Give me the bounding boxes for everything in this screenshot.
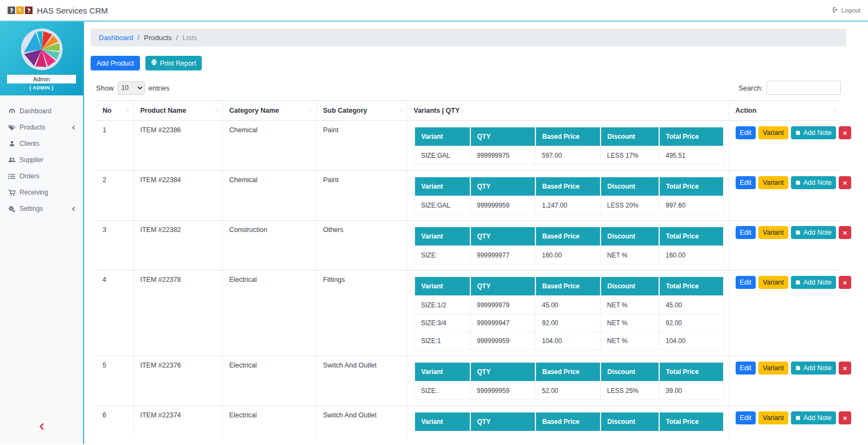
variant-discount: NET % — [601, 246, 659, 265]
column-header-sub-category[interactable]: Sub Category ↑↓ — [316, 101, 407, 121]
variant-column-header: QTY — [470, 177, 535, 196]
table-row: 4 ITEM #22378 Electrical Fittings Varian… — [96, 270, 840, 356]
variant-table: Variant QTY Based Price Discount Total P… — [414, 362, 724, 400]
variant-button[interactable]: Variant — [758, 411, 788, 424]
row-number: 6 — [96, 406, 133, 438]
category-name: Construction — [222, 221, 316, 270]
add-note-button[interactable]: Add Note — [791, 362, 836, 375]
edit-button[interactable]: Edit — [736, 362, 756, 375]
sub-category: Others — [316, 221, 407, 270]
variant-qty: 999999959 — [470, 332, 535, 350]
printer-icon — [151, 59, 157, 67]
variant-column-header: Total Price — [659, 127, 724, 146]
page-length-select[interactable]: 10 — [118, 81, 145, 95]
table-row: 6 ITEM #22374 Electrical Switch And Outl… — [96, 406, 840, 438]
close-icon: × — [843, 179, 847, 186]
close-icon: × — [843, 130, 847, 137]
sub-category: Paint — [316, 121, 407, 171]
add-note-button[interactable]: Add Note — [791, 276, 836, 289]
variant-discount: NET % — [601, 314, 659, 332]
category-name: Chemical — [222, 171, 316, 221]
delete-button[interactable]: × — [839, 362, 852, 375]
variant-row: SIZE:3/4 999999947 92.00 NET % 92.00 — [414, 314, 724, 332]
delete-button[interactable]: × — [839, 126, 852, 139]
action-cell: Edit Variant Add Note × — [729, 221, 840, 270]
variant-total-price: 104.00 — [659, 332, 724, 350]
logout-label: Logout — [841, 7, 860, 14]
sidebar-item-clients[interactable]: Clients — [0, 136, 83, 152]
variant-based-price: 92.00 — [535, 314, 601, 332]
column-header-category-name[interactable]: Category Name ↑↓ — [222, 101, 316, 121]
edit-button[interactable]: Edit — [736, 276, 756, 289]
variant-button[interactable]: Variant — [758, 362, 788, 375]
action-cell: Edit Variant Add Note × — [729, 356, 840, 406]
sidebar-item-supplier[interactable]: Supplier — [0, 152, 83, 168]
add-note-button[interactable]: Add Note — [791, 126, 836, 139]
search-label: Search: — [738, 84, 763, 92]
column-header-no[interactable]: No ↑↓ — [96, 101, 133, 121]
variant-column-header: QTY — [470, 276, 535, 296]
delete-button[interactable]: × — [839, 276, 852, 289]
variant-total-price: 45.00 — [659, 296, 724, 314]
breadcrumb-dashboard-link[interactable]: Dashboard — [99, 34, 133, 42]
breadcrumb-lists: Lists — [182, 34, 197, 42]
product-name: ITEM #22384 — [133, 171, 222, 221]
note-icon — [795, 130, 801, 136]
sidebar-collapse-icon[interactable] — [0, 422, 83, 432]
variant-button[interactable]: Variant — [758, 126, 788, 139]
variant-qty: 999999979 — [470, 296, 535, 314]
sign-out-icon — [832, 7, 839, 14]
sort-icon: ↑↓ — [126, 108, 130, 113]
edit-button[interactable]: Edit — [736, 411, 756, 424]
product-table: No ↑↓ Product Name ↑↓ Category Name ↑↓ — [96, 100, 840, 437]
delete-button[interactable]: × — [839, 226, 852, 239]
action-cell: Edit Variant Add Note × — [729, 121, 840, 171]
add-note-button[interactable]: Add Note — [791, 176, 836, 189]
variant-button[interactable]: Variant — [758, 176, 788, 189]
variant-column-header: QTY — [470, 227, 535, 246]
note-icon — [795, 365, 801, 371]
print-report-button[interactable]: Print Report — [145, 56, 202, 70]
variant-button[interactable]: Variant — [758, 226, 788, 239]
sidebar-item-orders[interactable]: Orders — [0, 168, 83, 184]
sidebar-item-receiving[interactable]: Receiving — [0, 184, 83, 201]
variant-discount: LESS 20% — [601, 196, 659, 215]
variant-total-price: 997.60 — [659, 196, 724, 215]
table-row: 3 ITEM #22382 Construction Others Varian… — [96, 221, 840, 270]
sidebar-item-settings[interactable]: Settings — [0, 201, 83, 217]
close-icon: × — [843, 415, 847, 422]
add-product-button[interactable]: Add Product — [91, 56, 140, 70]
note-icon — [795, 280, 801, 285]
variant-column-header: Based Price — [535, 177, 601, 196]
print-report-label: Print Report — [160, 60, 196, 67]
column-header-action[interactable]: Action ↑↓ — [729, 101, 840, 121]
main-content: Dashboard / Products / Lists Add Product… — [84, 22, 868, 444]
sidebar-item-products[interactable]: Products — [0, 119, 83, 136]
column-header-product-name[interactable]: Product Name ↑↓ — [133, 101, 222, 121]
sort-icon: ↑↓ — [400, 108, 404, 113]
variant-table: Variant QTY Based Price Discount Total P… — [414, 411, 724, 432]
edit-button[interactable]: Edit — [736, 176, 756, 189]
logout-button[interactable]: Logout — [832, 7, 860, 14]
add-note-button[interactable]: Add Note — [791, 226, 836, 239]
mallet-icon — [25, 7, 33, 14]
variant-column-header: Discount — [601, 227, 659, 246]
add-note-button[interactable]: Add Note — [791, 411, 836, 424]
variant-based-price: 45.00 — [535, 296, 601, 314]
variant-button[interactable]: Variant — [758, 276, 788, 289]
edit-button[interactable]: Edit — [736, 126, 756, 139]
row-number: 2 — [96, 171, 133, 221]
breadcrumb-separator: / — [176, 34, 178, 42]
product-name: ITEM #22386 — [133, 121, 222, 171]
delete-button[interactable]: × — [839, 411, 852, 424]
sub-category: Fittings — [316, 270, 407, 356]
search-input[interactable] — [767, 81, 841, 95]
variant-size: SIZE:1 — [414, 332, 470, 350]
show-label: Show — [96, 84, 114, 92]
edit-button[interactable]: Edit — [736, 226, 756, 239]
product-name: ITEM #22382 — [133, 221, 222, 270]
sub-category: Switch And Outlet — [316, 406, 407, 438]
delete-button[interactable]: × — [839, 176, 852, 189]
sidebar-item-dashboard[interactable]: Dashboard — [0, 103, 83, 119]
variant-table-body: SIZE: 999999977 160.00 NET % 160.00 — [414, 246, 724, 265]
